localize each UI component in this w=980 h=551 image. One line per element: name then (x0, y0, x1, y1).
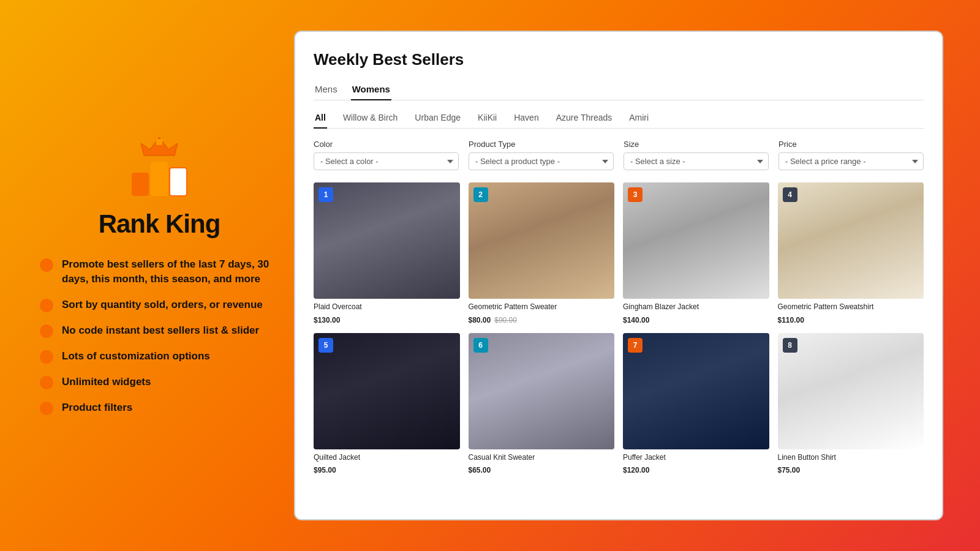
svg-rect-2 (132, 173, 149, 196)
feature-item: Product filters (40, 400, 282, 415)
filter-type-group: Product Type - Select a product type - J… (469, 140, 614, 170)
feature-text-2: Sort by quantity sold, orders, or revenu… (62, 298, 263, 312)
feature-text-3: No code instant best sellers list & slid… (62, 323, 259, 338)
product-name-3: Gingham Blazer Jacket (623, 302, 769, 312)
tab-brand-haven[interactable]: Haven (513, 109, 540, 129)
filter-color-label: Color (314, 140, 459, 149)
product-price-row-6: $65.00 (469, 466, 615, 474)
product-price-1: $130.00 (314, 316, 340, 324)
filters-row: Color - Select a color - Black White Gra… (314, 140, 924, 170)
product-price-5: $95.00 (314, 466, 336, 474)
product-price-6: $65.00 (469, 466, 491, 474)
product-name-2: Geometric Pattern Sweater (469, 302, 615, 312)
bullet-icon-4 (40, 350, 53, 364)
product-card-3: 3 Gingham Blazer Jacket $140.00 (623, 182, 769, 324)
tab-brand-azure[interactable]: Azure Threads (555, 109, 614, 129)
filter-price-group: Price - Select a price range - Under $50… (778, 140, 924, 170)
brand-name: Rank King (99, 209, 221, 239)
product-card-1: 1 Plaid Overcoat $130.00 (314, 182, 460, 324)
svg-rect-3 (151, 162, 168, 196)
product-name-4: Geometric Pattern Sweatshirt (778, 302, 924, 312)
product-image-8[interactable]: 8 (778, 333, 924, 449)
rank-badge-1: 1 (318, 187, 333, 202)
bullet-icon-2 (40, 299, 53, 312)
product-price-2: $80.00 (469, 316, 491, 324)
product-price-7: $120.00 (623, 466, 649, 474)
product-image-5[interactable]: 5 (314, 333, 460, 449)
feature-text-1: Promote best sellers of the last 7 days,… (62, 257, 282, 287)
product-price-row-4: $110.00 (778, 316, 924, 324)
tab-brand-urban[interactable]: Urban Edge (413, 109, 462, 129)
filter-type-label: Product Type (469, 140, 614, 149)
product-image-7[interactable]: 7 (623, 333, 769, 449)
feature-item: Lots of customization options (40, 349, 282, 364)
product-image-3[interactable]: 3 (623, 182, 769, 299)
rank-badge-8: 8 (783, 338, 797, 353)
tab-brand-all[interactable]: All (314, 109, 327, 129)
product-name-5: Quilted Jacket (314, 453, 460, 463)
product-name-6: Casual Knit Sweater (469, 453, 615, 463)
rank-badge-6: 6 (473, 338, 488, 353)
rank-badge-2: 2 (473, 187, 488, 202)
feature-item: Unlimited widgets (40, 375, 282, 389)
product-price-4: $110.00 (778, 316, 804, 324)
tab-brand-willow[interactable]: Willow & Birch (342, 109, 399, 129)
product-image-6[interactable]: 6 (469, 333, 615, 449)
bullet-icon-6 (40, 402, 53, 415)
filter-size-label: Size (624, 140, 769, 149)
product-card-8: 8 Linen Button Shirt $75.00 (778, 333, 924, 475)
product-card-2: 2 Geometric Pattern Sweater $80.00 $90.0… (469, 182, 615, 324)
feature-text-4: Lots of customization options (62, 349, 210, 364)
feature-item: Sort by quantity sold, orders, or revenu… (40, 298, 282, 312)
product-price-row-1: $130.00 (314, 316, 460, 324)
product-card-7: 7 Puffer Jacket $120.00 (623, 333, 769, 475)
left-panel: Rank King Promote best sellers of the la… (37, 136, 282, 415)
product-card-5: 5 Quilted Jacket $95.00 (314, 333, 460, 475)
svg-rect-1 (156, 139, 162, 145)
product-card-4: 4 Geometric Pattern Sweatshirt $110.00 (778, 182, 924, 324)
products-grid: 1 Plaid Overcoat $130.00 2 Geometric Pat… (314, 182, 924, 474)
rank-badge-4: 4 (783, 187, 797, 202)
product-price-row-2: $80.00 $90.00 (469, 316, 615, 324)
feature-item: No code instant best sellers list & slid… (40, 323, 282, 338)
logo-area: Rank King (37, 136, 282, 239)
product-image-2[interactable]: 2 (469, 182, 615, 299)
right-panel: Weekly Best Sellers Mens Womens All Will… (294, 31, 943, 520)
feature-text-6: Product filters (62, 400, 132, 415)
rank-badge-7: 7 (628, 338, 643, 353)
bullet-icon-1 (40, 258, 53, 272)
tabs-brands: All Willow & Birch Urban Edge KiiKii Hav… (314, 109, 924, 129)
tab-brand-amiri[interactable]: Amiri (628, 109, 650, 129)
bullet-icon-3 (40, 324, 53, 338)
product-card-6: 6 Casual Knit Sweater $65.00 (469, 333, 615, 475)
filter-color-group: Color - Select a color - Black White Gra… (314, 140, 459, 170)
product-price-row-8: $75.00 (778, 466, 924, 474)
product-name-8: Linen Button Shirt (778, 453, 924, 463)
tabs-main: Mens Womens (314, 80, 924, 100)
tab-mens[interactable]: Mens (314, 80, 339, 100)
product-image-4[interactable]: 4 (778, 182, 924, 299)
filter-color-select[interactable]: - Select a color - Black White Gray Brow… (314, 152, 459, 170)
main-container: Rank King Promote best sellers of the la… (18, 18, 962, 533)
rank-badge-3: 3 (628, 187, 643, 202)
card-title: Weekly Best Sellers (314, 50, 924, 69)
logo-icon (119, 136, 199, 203)
bullet-icon-5 (40, 376, 53, 389)
feature-text-5: Unlimited widgets (62, 375, 151, 389)
product-image-1[interactable]: 1 (314, 182, 460, 299)
rank-badge-5: 5 (318, 338, 333, 353)
filter-size-group: Size - Select a size - XS S M L XL (624, 140, 769, 170)
product-name-1: Plaid Overcoat (314, 302, 460, 312)
filter-price-label: Price (778, 140, 924, 149)
product-price-row-3: $140.00 (623, 316, 769, 324)
product-price-row-5: $95.00 (314, 466, 460, 474)
filter-price-select[interactable]: - Select a price range - Under $50 $50-$… (778, 152, 924, 170)
filter-type-select[interactable]: - Select a product type - Jacket Sweater… (469, 152, 614, 170)
product-price-row-7: $120.00 (623, 466, 769, 474)
filter-size-select[interactable]: - Select a size - XS S M L XL (624, 152, 769, 170)
features-list: Promote best sellers of the last 7 days,… (37, 257, 282, 415)
tab-brand-kiikii[interactable]: KiiKii (477, 109, 498, 129)
product-price-8: $75.00 (778, 466, 801, 474)
product-price-old-2: $90.00 (494, 316, 517, 324)
tab-womens[interactable]: Womens (351, 80, 391, 100)
